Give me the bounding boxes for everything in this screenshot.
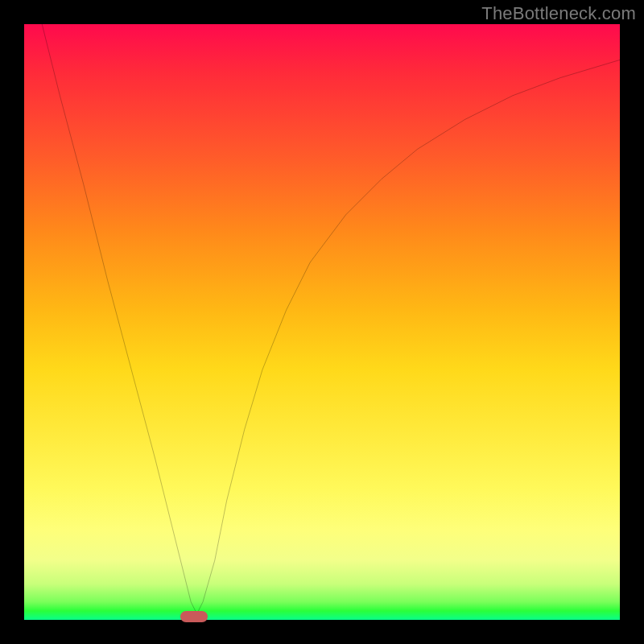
plot-area [24,24,620,620]
optimal-point-marker [180,611,208,622]
chart-frame: TheBottleneck.com [0,0,644,644]
bottleneck-curve [24,24,620,620]
watermark-text: TheBottleneck.com [481,3,636,24]
